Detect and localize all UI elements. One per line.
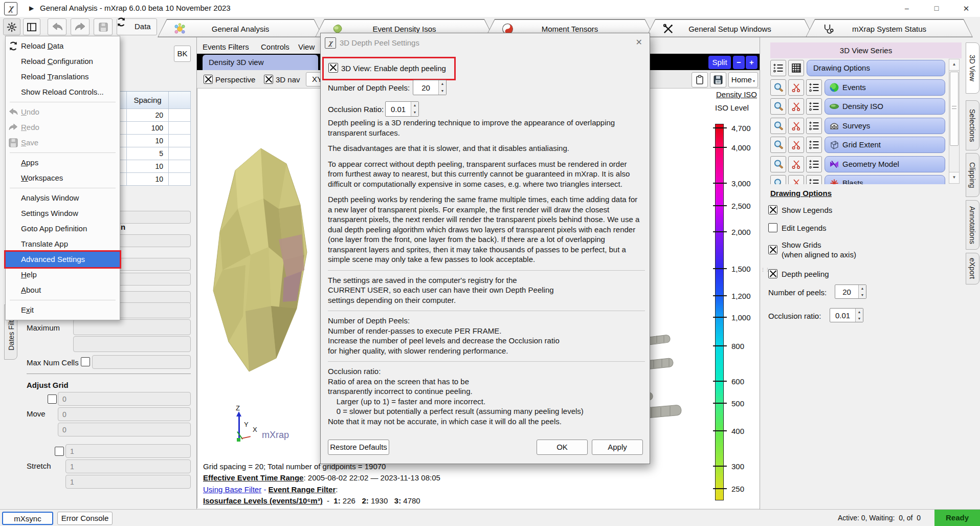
undo-button[interactable] — [48, 18, 66, 35]
menu-item-exit[interactable]: Exit — [6, 302, 120, 318]
scissors-button[interactable] — [788, 156, 804, 172]
max-num-cells-field[interactable] — [92, 355, 191, 369]
side-tab-export[interactable]: eXport — [966, 253, 979, 284]
spacing-value-cell[interactable]: 10 — [127, 135, 169, 147]
scissors-button[interactable] — [788, 79, 804, 96]
scrollbar-up-arrow[interactable]: ▲ — [949, 59, 959, 71]
menu-item-analysis-window[interactable]: Analysis Window — [6, 190, 120, 206]
move-field-1[interactable]: 0 — [58, 392, 191, 406]
menu-item-reload-configuration[interactable]: Reload Configuration — [6, 54, 120, 69]
nav-checkbox[interactable] — [264, 75, 273, 84]
menu-item-goto-app-definition[interactable]: Goto App Definition — [6, 221, 120, 236]
settings-gear-button[interactable] — [3, 18, 20, 35]
maximum-field-2[interactable] — [73, 319, 191, 335]
ok-button[interactable]: OK — [537, 440, 588, 455]
list-button[interactable] — [806, 79, 822, 96]
spinner-up[interactable]: ▲ — [858, 285, 866, 292]
home-view-button[interactable]: Home ▾ — [728, 72, 758, 87]
viewport-menu-controls[interactable]: Controls — [261, 42, 289, 51]
number-of-peels-spinner[interactable]: 20 ▲ ▼ — [835, 284, 866, 299]
move-field-2[interactable]: 0 — [58, 407, 191, 421]
menu-item-save[interactable]: Save — [6, 135, 120, 150]
grid-button[interactable] — [788, 60, 804, 76]
list-button[interactable] — [806, 98, 822, 115]
drawing-options-link[interactable]: Drawing Options — [770, 189, 832, 198]
panel-splitter-grip[interactable]: ⋮⋮ — [761, 268, 763, 280]
reload-data-button[interactable]: Data — [117, 18, 157, 35]
using-base-filter-link[interactable]: Using Base Filter — [203, 485, 261, 494]
scissors-button[interactable] — [788, 118, 804, 134]
save-view-button[interactable] — [710, 72, 726, 87]
magnifier-button[interactable] — [770, 156, 786, 172]
spinner-up[interactable]: ▲ — [411, 102, 418, 109]
close-button[interactable]: ✕ — [952, 0, 980, 17]
side-tab-annotations[interactable]: Annotations — [966, 200, 979, 250]
stretch-checkbox[interactable] — [55, 447, 64, 456]
side-tab-clipping[interactable]: Clipping — [966, 153, 979, 197]
menu-item-translate-app[interactable]: Translate App — [6, 236, 120, 252]
tab-general-analysis[interactable]: General Analysis — [158, 19, 323, 37]
menu-item-workspaces[interactable]: Workspaces — [6, 170, 120, 186]
occlusion-ratio-spinner[interactable]: 0.01 ▲ ▼ — [385, 101, 419, 117]
stretch-field-1[interactable]: 1 — [65, 444, 191, 458]
magnifier-button[interactable] — [770, 79, 786, 96]
series-surveys[interactable]: Surveys — [825, 118, 945, 134]
restore-defaults-button[interactable]: Restore Defaults — [328, 440, 389, 455]
dialog-close-icon[interactable]: ✕ — [636, 37, 642, 47]
series-blasts[interactable]: Blasts — [825, 175, 945, 184]
bk-button[interactable]: BK — [174, 46, 191, 62]
enable-depth-peeling-checkbox[interactable] — [328, 63, 338, 73]
mxsync-button[interactable]: mXsync — [2, 512, 53, 525]
spacing-value-cell[interactable]: 5 — [127, 147, 169, 160]
series-geometry-model[interactable]: Geometry Model — [825, 156, 945, 172]
apply-button[interactable]: Apply — [592, 440, 643, 455]
spacing-value-cell[interactable]: 10 — [127, 173, 169, 186]
split-button[interactable]: Split — [708, 56, 731, 69]
maximize-button[interactable]: □ — [922, 0, 951, 17]
menu-item-reload-translations[interactable]: Reload Translations — [6, 69, 120, 84]
series-events[interactable]: Events — [825, 79, 945, 96]
spinner-down[interactable]: ▼ — [858, 292, 866, 298]
tab-mxrap-system-status[interactable]: mXrap System Status — [806, 19, 973, 37]
redo-button[interactable] — [71, 18, 90, 35]
scrollbar-thumb[interactable] — [950, 72, 959, 146]
menu-item-show-reload-controls[interactable]: Show Reload Controls... — [6, 84, 120, 100]
viewport-menu-view[interactable]: View — [298, 42, 315, 51]
move-checkbox[interactable] — [48, 394, 57, 404]
menu-item-reload-data[interactable]: Reload Data — [6, 38, 120, 54]
menu-item-apps[interactable]: Apps — [6, 155, 120, 170]
list-button[interactable] — [806, 118, 822, 134]
menu-item-settings-window[interactable]: Settings Window — [6, 206, 120, 221]
save-button[interactable] — [94, 18, 113, 35]
error-console-button[interactable]: Error Console — [57, 512, 113, 525]
spinner-down[interactable]: ▼ — [438, 87, 446, 95]
checkbox-show-grids[interactable] — [768, 245, 777, 254]
scissors-button[interactable] — [788, 98, 804, 115]
tab-general-setup-windows[interactable]: General Setup Windows — [646, 19, 814, 37]
layout-button[interactable] — [23, 18, 40, 35]
checkbox-edit-legends[interactable] — [768, 223, 777, 232]
spacing-value-cell[interactable]: 100 — [127, 122, 169, 135]
spinner-down[interactable]: ▼ — [411, 109, 418, 116]
max-num-cells-checkbox[interactable] — [81, 357, 90, 366]
spacing-value-cell[interactable]: 10 — [127, 160, 169, 173]
move-field-3[interactable]: 0 — [58, 423, 191, 436]
occlusion-ratio-spinner[interactable]: 0.01 ▲ ▼ — [830, 308, 863, 322]
scissors-button[interactable] — [788, 137, 804, 153]
magnifier-button[interactable] — [770, 118, 786, 134]
magnifier-button[interactable] — [770, 98, 786, 115]
copy-view-button[interactable] — [692, 72, 708, 87]
menu-item-help[interactable]: Help — [6, 267, 120, 282]
event-range-filter-link[interactable]: Event Range Filter — [269, 485, 336, 494]
tab-density-3d-view[interactable]: Density 3D view — [203, 55, 318, 70]
scissors-button[interactable] — [788, 175, 804, 184]
checkbox-depth-peeling[interactable] — [768, 269, 777, 278]
series-grid-extent[interactable]: Grid Extent — [825, 137, 945, 153]
magnifier-button[interactable] — [770, 137, 786, 153]
spacing-value-cell[interactable]: 20 — [127, 109, 169, 122]
magnifier-button[interactable] — [770, 175, 786, 184]
menu-item-advanced-settings[interactable]: Advanced Settings — [6, 252, 120, 267]
minimize-button[interactable]: – — [893, 0, 921, 17]
list-button[interactable] — [806, 156, 822, 172]
side-tab-3d-view[interactable]: 3D View — [966, 42, 979, 94]
